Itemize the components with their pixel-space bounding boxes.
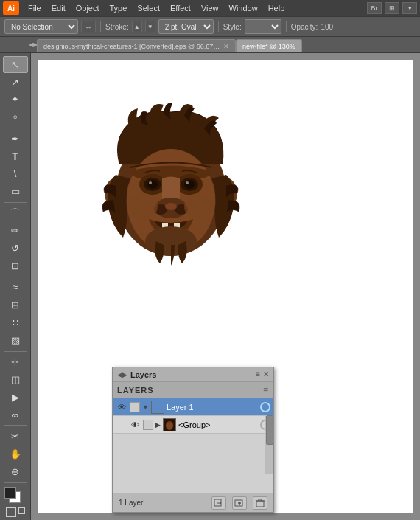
bridge-icon[interactable]: Br bbox=[367, 2, 382, 14]
menu-view[interactable]: View bbox=[197, 2, 223, 14]
graph-tool[interactable]: ▨ bbox=[3, 332, 28, 349]
panel-close-icon[interactable]: ✕ bbox=[263, 370, 269, 378]
tab-eps-label: designious-mythical-creatures-1 [Convert… bbox=[43, 43, 220, 50]
menu-type[interactable]: Type bbox=[105, 2, 132, 14]
tab-eps-file[interactable]: designious-mythical-creatures-1 [Convert… bbox=[37, 39, 236, 52]
svg-point-12 bbox=[184, 180, 195, 189]
tab-new-label: new-file* @ 130% bbox=[242, 43, 295, 50]
rotate-tool[interactable]: ↺ bbox=[3, 240, 28, 257]
color-swatches[interactable] bbox=[4, 487, 27, 505]
separator4 bbox=[4, 351, 27, 352]
menu-effect[interactable]: Effect bbox=[166, 2, 195, 14]
workspace-icon[interactable]: ⊞ bbox=[385, 2, 399, 14]
stroke-label: Stroke: bbox=[105, 23, 129, 31]
menu-file[interactable]: File bbox=[24, 2, 46, 14]
divider2 bbox=[218, 21, 219, 32]
layer1-name: Layer 1 bbox=[167, 403, 258, 412]
layers-footer: 1 Layer bbox=[113, 493, 273, 512]
group-expand-icon[interactable]: ▶ bbox=[155, 421, 161, 429]
panel-collapse-icon[interactable]: ◀▶ bbox=[117, 371, 127, 378]
transform-icon[interactable]: ↔ bbox=[81, 21, 96, 32]
stroke-up-icon[interactable]: ▲ bbox=[132, 21, 142, 32]
group-thumb bbox=[163, 418, 176, 431]
layer1-visibility-icon[interactable]: 👁 bbox=[116, 401, 127, 413]
svg-point-18 bbox=[128, 193, 158, 220]
separator2 bbox=[4, 202, 27, 203]
ai-logo: Ai bbox=[3, 1, 19, 15]
magic-wand-tool[interactable]: ✦ bbox=[3, 91, 28, 108]
symbol-tool[interactable]: ∷ bbox=[3, 314, 28, 331]
layer1-expand-icon[interactable]: ▼ bbox=[142, 403, 149, 411]
stroke-down-icon[interactable]: ▼ bbox=[145, 21, 155, 32]
menu-window[interactable]: Window bbox=[225, 2, 262, 14]
panel-menu-icon[interactable]: ≡ bbox=[256, 370, 260, 378]
layers-empty-space bbox=[113, 434, 273, 493]
default-colors-btn[interactable] bbox=[18, 507, 25, 514]
paintbrush-tool[interactable]: ⌒ bbox=[3, 205, 28, 222]
svg-point-19 bbox=[184, 193, 214, 220]
zoom-tool[interactable]: ⊕ bbox=[3, 463, 28, 480]
tab-new-file[interactable]: new-file* @ 130% bbox=[236, 39, 302, 52]
layers-scrollbar[interactable] bbox=[265, 415, 273, 474]
layer1-thumb bbox=[151, 401, 164, 414]
layer-row-group[interactable]: 👁 ▶ <Group> bbox=[113, 416, 273, 434]
style-label: Style: bbox=[223, 23, 242, 31]
layers-scroll-thumb[interactable] bbox=[266, 415, 273, 445]
layers-panel: ◀▶ Layers ≡ ✕ LAYERS ≡ 👁 ▼ Layer 1 bbox=[112, 367, 274, 513]
opacity-value: 100 bbox=[321, 23, 333, 31]
direct-selection-tool[interactable]: ↗ bbox=[3, 74, 28, 91]
warp-tool[interactable]: ≈ bbox=[3, 280, 28, 297]
separator3 bbox=[4, 277, 27, 277]
separator1 bbox=[4, 128, 27, 128]
mesh-tool[interactable]: ⊹ bbox=[3, 354, 28, 371]
gradient-tool[interactable]: ◫ bbox=[3, 371, 28, 388]
group-visibility-icon[interactable]: 👁 bbox=[129, 419, 141, 431]
layers-options-icon[interactable]: ≡ bbox=[263, 385, 269, 395]
svg-point-8 bbox=[147, 180, 158, 189]
stroke-dropdown[interactable]: 2 pt. Oval bbox=[158, 19, 214, 34]
layer-row-layer1[interactable]: 👁 ▼ Layer 1 bbox=[113, 398, 273, 416]
group-lock-icon[interactable] bbox=[143, 420, 153, 430]
type-tool[interactable]: T bbox=[3, 148, 28, 165]
new-layer-btn[interactable] bbox=[232, 496, 247, 510]
toolbar: ↖ ↗ ✦ ⌖ ✒ T \ ▭ ⌒ ✏ ↺ ⊡ ≈ ⊞ ∷ ▨ ⊹ ◫ ▶ ∞ … bbox=[0, 53, 31, 520]
swap-colors-btn[interactable] bbox=[6, 507, 16, 517]
separator5 bbox=[4, 425, 27, 426]
svg-point-9 bbox=[149, 181, 152, 184]
delete-layer-btn[interactable] bbox=[253, 496, 267, 510]
selection-tool[interactable]: ↖ bbox=[3, 56, 28, 73]
menu-help[interactable]: Help bbox=[264, 2, 290, 14]
divider3 bbox=[286, 21, 287, 32]
menu-object[interactable]: Object bbox=[71, 2, 104, 14]
selection-dropdown[interactable]: No Selection bbox=[4, 19, 78, 34]
lasso-tool[interactable]: ⌖ bbox=[3, 108, 28, 125]
tab-eps-close[interactable]: ✕ bbox=[223, 43, 229, 50]
line-tool[interactable]: \ bbox=[3, 165, 28, 182]
menu-select[interactable]: Select bbox=[133, 2, 164, 14]
pen-tool[interactable]: ✒ bbox=[3, 131, 28, 148]
eyedropper-tool[interactable]: ▶ bbox=[3, 389, 28, 406]
style-dropdown[interactable] bbox=[245, 19, 281, 34]
menubar: Ai File Edit Object Type Select Effect V… bbox=[0, 0, 420, 16]
scissors-tool[interactable]: ✂ bbox=[3, 428, 28, 445]
blend-tool[interactable]: ∞ bbox=[3, 406, 28, 423]
free-transform-tool[interactable]: ⊞ bbox=[3, 297, 28, 313]
tabbar: ◀▶ designious-mythical-creatures-1 [Conv… bbox=[0, 37, 420, 53]
layers-title-text: LAYERS bbox=[117, 386, 154, 395]
pencil-tool[interactable]: ✏ bbox=[3, 222, 28, 239]
arrange-icon[interactable]: ▾ bbox=[402, 2, 417, 14]
hand-tool[interactable]: ✋ bbox=[3, 446, 28, 462]
scale-tool[interactable]: ⊡ bbox=[3, 257, 28, 274]
menu-edit[interactable]: Edit bbox=[47, 2, 70, 14]
layer1-target-icon[interactable] bbox=[260, 402, 270, 412]
group-name: <Group> bbox=[178, 420, 258, 429]
layers-header: LAYERS ≡ bbox=[113, 382, 273, 398]
svg-point-17 bbox=[165, 203, 177, 210]
artwork-container bbox=[97, 97, 245, 289]
canvas-area: ◀▶ Layers ≡ ✕ LAYERS ≡ 👁 ▼ Layer 1 bbox=[31, 53, 420, 520]
rect-tool[interactable]: ▭ bbox=[3, 183, 28, 200]
layer1-lock-icon[interactable] bbox=[130, 402, 140, 412]
make-sublayer-btn[interactable] bbox=[211, 496, 226, 510]
layers-panel-title: Layers bbox=[130, 370, 256, 379]
svg-rect-28 bbox=[256, 501, 264, 507]
